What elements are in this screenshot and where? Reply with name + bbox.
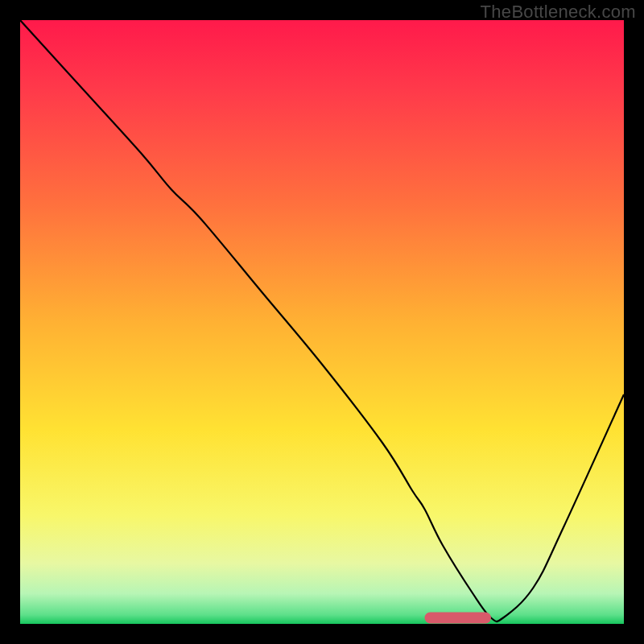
chart-svg (20, 20, 624, 624)
optimal-range-marker (425, 613, 492, 624)
watermark-text: TheBottleneck.com (481, 2, 636, 23)
bottleneck-chart (20, 20, 624, 624)
chart-background-gradient (20, 20, 624, 624)
